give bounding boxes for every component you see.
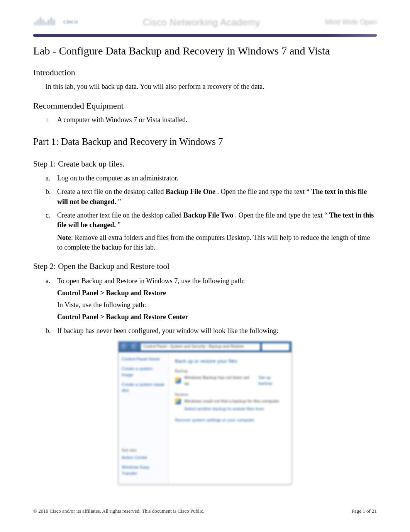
bullet-icon: ▯ (46, 116, 49, 124)
list-marker: b. (46, 187, 51, 197)
backup-label: Backup (175, 369, 285, 374)
page-current: 1 (363, 508, 365, 514)
list-marker: c. (46, 211, 51, 220)
list-marker: b. (46, 326, 51, 336)
sidebar-see-also-label: See also (122, 448, 165, 453)
page-of: of (366, 508, 371, 514)
note-text: : Remove all extra folders and files fro… (57, 234, 370, 251)
step2-path-win7: Control Panel > Backup and Restore (57, 288, 377, 298)
step1-c-pre: Create another text file on the desktop … (57, 211, 183, 219)
nav-back-icon (121, 343, 129, 351)
step1-item-c: c. Create another text file on the deskt… (46, 211, 377, 253)
step1-a-text: Log on to the computer as an administrat… (57, 174, 178, 182)
page-total: 21 (372, 508, 377, 514)
document-title: Lab - Configure Data Backup and Recovery… (33, 44, 377, 58)
cisco-logo-icon (33, 15, 56, 30)
step1-item-b: b. Create a text file on the desktop cal… (46, 187, 377, 206)
step1-b-pre: Create a text file on the desktop called (57, 188, 166, 195)
page-label: Page (352, 508, 361, 514)
step2-item-a: a. To open Backup and Restore in Windows… (46, 276, 377, 322)
equipment-heading: Recommended Equipment (33, 100, 377, 112)
step2-path-vista: Control Panel > Backup and Restore Cente… (57, 312, 377, 322)
step2-vista-intro: In Vista, use the following path: (57, 300, 377, 310)
step1-item-a: a. Log on to the computer as an administ… (46, 173, 377, 183)
academy-title: Cisco Networking Academy (143, 16, 260, 29)
main-heading: Back up or restore your files (175, 358, 285, 365)
list-marker: a. (46, 276, 51, 286)
intro-text: In this lab, you will back up data. You … (46, 82, 377, 92)
step1-b-filename: Backup File One (166, 188, 215, 195)
window-titlebar: Control Panel › System and Security › Ba… (119, 342, 291, 352)
page-footer: © 2019 Cisco and/or its affiliates. All … (33, 508, 377, 515)
logo-block: CISCO (33, 15, 78, 30)
step2-list: a. To open Backup and Restore in Windows… (46, 276, 377, 336)
part1-heading: Part 1: Data Backup and Recovery in Wind… (33, 135, 377, 148)
sidebar-action-center: Action Center (122, 455, 165, 461)
sidebar-create-repair-disc: Create a system repair disc (122, 382, 165, 394)
step1-c-end: ” (118, 221, 121, 229)
step2-b-text: If backup has never been configured, you… (57, 327, 278, 335)
step1-heading: Step 1: Create back up files. (33, 158, 377, 170)
recover-section: Recover system settings or your computer (175, 417, 285, 423)
step1-list: a. Log on to the computer as an administ… (46, 173, 377, 252)
main-panel: Back up or restore your files Backup Win… (169, 352, 291, 484)
header-banner: CISCO Cisco Networking Academy Mind Wide… (33, 12, 377, 34)
step2-a-intro: To open Backup and Restore in Windows 7,… (57, 277, 245, 285)
note-label: Note (57, 234, 71, 241)
nav-forward-icon (131, 343, 139, 351)
list-marker: a. (46, 173, 51, 183)
backup-section: Backup Windows Backup has not been set u… (175, 369, 285, 387)
step2-item-b: b. If backup has never been configured, … (46, 326, 377, 336)
shield-icon (175, 398, 181, 405)
sidebar-easy-transfer: Windows Easy Transfer (122, 464, 165, 476)
address-bar: Control Panel › System and Security › Ba… (141, 343, 260, 350)
step1-note: Note: Remove all extra folders and files… (57, 233, 377, 252)
backup-status-text: Windows Backup has not been set up. (184, 375, 256, 387)
sidebar: Control Panel Home Create a system image… (119, 352, 169, 484)
logo-text: CISCO (63, 20, 78, 25)
step1-b-end: ” (118, 198, 121, 206)
page-indicator: Page 1 of 21 (352, 508, 377, 515)
restore-section: Restore Windows could not find a backup … (175, 392, 285, 412)
equipment-list: ▯ A computer with Windows 7 or Vista ins… (46, 115, 377, 125)
search-box (262, 343, 289, 350)
step1-c-mid: . Open the file and type the text “ (235, 211, 327, 219)
step2-heading: Step 2: Open the Backup and Restore tool (33, 261, 377, 272)
recover-system-link: Recover system settings or your computer (175, 418, 254, 422)
window-body: Control Panel Home Create a system image… (119, 352, 291, 484)
sidebar-create-system-image: Create a system image (122, 366, 165, 378)
intro-heading: Introduction (33, 67, 377, 79)
select-another-backup-link: Select another backup to restore files f… (184, 406, 264, 412)
step1-b-mid: . Open the file and type the text “ (217, 188, 309, 195)
restore-status-text: Windows could not find a backup for this… (184, 398, 280, 404)
setup-backup-link: Set up backup (259, 375, 285, 387)
tagline: Mind Wide Open (325, 17, 377, 27)
sidebar-control-panel-home: Control Panel Home (122, 356, 165, 362)
step1-c-filename: Backup File Two (183, 211, 233, 219)
restore-label: Restore (175, 392, 285, 398)
header-divider (33, 34, 377, 37)
copyright-text: © 2019 Cisco and/or its affiliates. All … (33, 508, 204, 515)
equipment-item-text: A computer with Windows 7 or Vista insta… (57, 116, 188, 124)
equipment-item: ▯ A computer with Windows 7 or Vista ins… (46, 115, 377, 125)
backup-restore-screenshot: Control Panel › System and Security › Ba… (118, 341, 292, 484)
shield-icon (175, 377, 181, 384)
